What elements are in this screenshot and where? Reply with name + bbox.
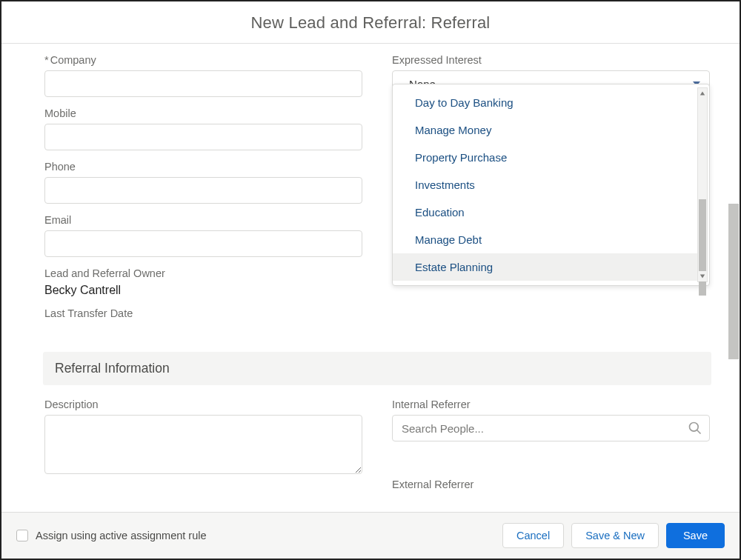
referral-info-section-header: Referral Information (43, 352, 711, 385)
dropdown-option[interactable]: Manage Money (393, 116, 699, 144)
description-input[interactable] (44, 415, 362, 474)
description-field: Description (44, 399, 362, 477)
footer-buttons: Cancel Save & New Save (502, 523, 725, 548)
mobile-field: Mobile (44, 107, 362, 150)
external-referrer-label: External Referrer (392, 479, 710, 490)
scroll-down-icon[interactable] (698, 271, 707, 281)
dropdown-option[interactable]: Investments (393, 171, 699, 199)
dropdown-option[interactable]: Manage Debt (393, 226, 699, 253)
modal-header: New Lead and Referral: Referral (1, 1, 740, 44)
svg-point-2 (690, 423, 699, 432)
expressed-interest-label: Expressed Interest (392, 54, 710, 66)
svg-line-3 (697, 430, 701, 434)
owner-value: Becky Cantrell (44, 284, 362, 297)
last-transfer-label: Last Transfer Date (44, 307, 362, 319)
internal-referrer-label: Internal Referrer (392, 399, 710, 410)
assign-rule-checkbox[interactable] (16, 530, 28, 541)
search-icon (688, 421, 702, 436)
save-and-new-button[interactable]: Save & New (571, 523, 659, 548)
last-transfer-field: Last Transfer Date (44, 307, 362, 319)
phone-input[interactable] (44, 177, 362, 204)
cancel-button[interactable]: Cancel (502, 523, 564, 548)
assign-rule-row: Assign using active assignment rule (16, 530, 207, 541)
internal-referrer-field: Internal Referrer (392, 399, 710, 441)
new-lead-referral-modal: New Lead and Referral: Referral *Company… (0, 0, 741, 560)
dropdown-option[interactable]: Day to Day Banking (393, 89, 699, 116)
scroll-up-icon[interactable] (698, 88, 707, 99)
left-column: *Company Mobile Phone Email (44, 54, 362, 330)
dropdown-list: Day to Day Banking Manage Money Property… (393, 84, 699, 285)
company-field: *Company (44, 54, 362, 97)
company-label: *Company (44, 54, 362, 66)
phone-label: Phone (44, 161, 362, 173)
mobile-input[interactable] (44, 124, 362, 150)
email-field: Email (44, 214, 362, 257)
email-input[interactable] (44, 230, 362, 257)
expressed-interest-field: Expressed Interest --None-- Day to Day B… (392, 54, 710, 97)
assign-rule-label: Assign using active assignment rule (36, 530, 207, 541)
svg-marker-1 (700, 275, 705, 279)
body-scrollbar[interactable] (728, 44, 740, 512)
owner-field: Lead and Referral Owner Becky Cantrell (44, 267, 362, 297)
owner-label: Lead and Referral Owner (44, 267, 362, 279)
internal-referrer-input[interactable] (392, 415, 710, 441)
email-label: Email (44, 214, 362, 226)
modal-title: New Lead and Referral: Referral (1, 13, 740, 33)
save-button[interactable]: Save (666, 523, 725, 548)
mobile-label: Mobile (44, 107, 362, 119)
dropdown-option[interactable]: Property Purchase (393, 144, 699, 171)
description-label: Description (44, 399, 362, 410)
expressed-interest-dropdown: Day to Day Banking Manage Money Property… (392, 84, 710, 286)
dropdown-scrollbar[interactable] (697, 87, 708, 282)
modal-body: *Company Mobile Phone Email (1, 44, 740, 512)
body-scrollbar-thumb[interactable] (728, 204, 739, 359)
dropdown-option[interactable]: Estate Planning (393, 253, 699, 281)
dropdown-option[interactable]: Education (393, 199, 699, 226)
svg-marker-0 (700, 92, 705, 96)
company-input[interactable] (44, 70, 362, 97)
modal-footer: Assign using active assignment rule Canc… (1, 512, 740, 559)
phone-field: Phone (44, 161, 362, 204)
right-column: Expressed Interest --None-- Day to Day B… (392, 54, 710, 330)
